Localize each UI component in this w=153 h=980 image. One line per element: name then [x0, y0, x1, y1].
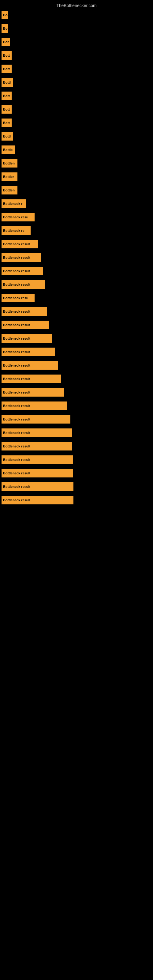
item-label: Bott — [2, 119, 12, 127]
list-item: Bottleneck result — [2, 400, 151, 412]
list-item: Bott — [2, 49, 151, 61]
item-label: Bottleneck result — [2, 253, 41, 262]
list-item: Bott — [2, 90, 151, 102]
list-item: Bottleneck result — [2, 332, 151, 344]
item-label: Bottle — [2, 145, 15, 154]
list-item: Bottleneck result — [2, 373, 151, 385]
list-item: Bottleneck result — [2, 481, 151, 492]
list-item: Bottleneck result — [2, 252, 151, 263]
item-label: Bottleneck result — [2, 240, 38, 248]
item-label: Bottleneck resu — [2, 294, 35, 302]
item-label: Bottleneck result — [2, 442, 72, 450]
list-item: Bottleneck result — [2, 238, 151, 250]
list-item: Bott — [2, 103, 151, 115]
item-label: Bottleneck result — [2, 401, 67, 410]
list-item: Bottleneck result — [2, 265, 151, 277]
list-item: Bottleneck result — [2, 427, 151, 439]
list-item: Bottleneck result — [2, 454, 151, 466]
list-item: Bottlen — [2, 158, 151, 169]
item-label: Bot — [2, 38, 10, 46]
list-item: Bott — [2, 63, 151, 75]
item-label: Bottleneck result — [2, 415, 70, 423]
list-item: Bottleneck result — [2, 441, 151, 452]
list-item: Bottleneck resu — [2, 211, 151, 223]
list-item: Bottleneck result — [2, 279, 151, 290]
item-label: Bottleneck result — [2, 496, 73, 504]
item-label: Bottleneck result — [2, 321, 49, 329]
item-label: Bo — [2, 11, 8, 19]
item-label: Bott — [2, 92, 12, 100]
list-item: Bottleneck re — [2, 225, 151, 236]
item-label: Bottleneck re — [2, 226, 30, 235]
item-label: Bottlen — [2, 186, 18, 194]
item-label: Bottleneck result — [2, 455, 73, 464]
list-item: Bottleneck resu — [2, 292, 151, 304]
list-item: Bottle — [2, 144, 151, 156]
item-label: Bott — [2, 65, 12, 73]
item-label: Bottleneck result — [2, 482, 73, 491]
item-label: Bottleneck r — [2, 199, 26, 208]
list-item: Bo — [2, 23, 151, 34]
list-item: Bottleneck result — [2, 305, 151, 317]
item-label: Bottleneck result — [2, 361, 58, 370]
list-item: Bottleneck r — [2, 198, 151, 210]
list-item: Bottlen — [2, 185, 151, 196]
item-label: Bottleneck result — [2, 388, 64, 396]
list-item: Bottleneck result — [2, 467, 151, 479]
list-item: Bottleneck result — [2, 494, 151, 506]
list-item: Bo — [2, 9, 151, 21]
item-label: Bottler — [2, 172, 18, 181]
item-label: Bott — [2, 105, 12, 114]
item-label: Bott — [2, 51, 12, 60]
item-label: Bottleneck result — [2, 334, 52, 343]
list-item: Bottleneck result — [2, 387, 151, 398]
item-label: Bottl — [2, 78, 13, 87]
item-label: Bottleneck result — [2, 280, 45, 289]
item-label: Bottleneck result — [2, 348, 55, 356]
list-item: Bottleneck result — [2, 360, 151, 371]
item-label: Bottlen — [2, 159, 18, 167]
item-label: Bottl — [2, 132, 13, 140]
list-item: Bottleneck result — [2, 346, 151, 358]
list-item: Bottl — [2, 76, 151, 88]
item-label: Bottleneck resu — [2, 213, 35, 221]
item-label: Bottleneck result — [2, 428, 72, 437]
item-label: Bottleneck result — [2, 469, 73, 477]
items-container: BoBoBotBottBottBottlBottBottBottBottlBot… — [0, 9, 153, 508]
list-item: Bottleneck result — [2, 319, 151, 331]
list-item: Bottleneck result — [2, 414, 151, 425]
item-label: Bottleneck result — [2, 307, 47, 316]
item-label: Bottleneck result — [2, 375, 61, 383]
list-item: Bot — [2, 36, 151, 48]
item-label: Bottleneck result — [2, 267, 43, 275]
list-item: Bottl — [2, 130, 151, 142]
list-item: Bottler — [2, 171, 151, 183]
list-item: Bott — [2, 117, 151, 129]
item-label: Bo — [2, 24, 8, 33]
